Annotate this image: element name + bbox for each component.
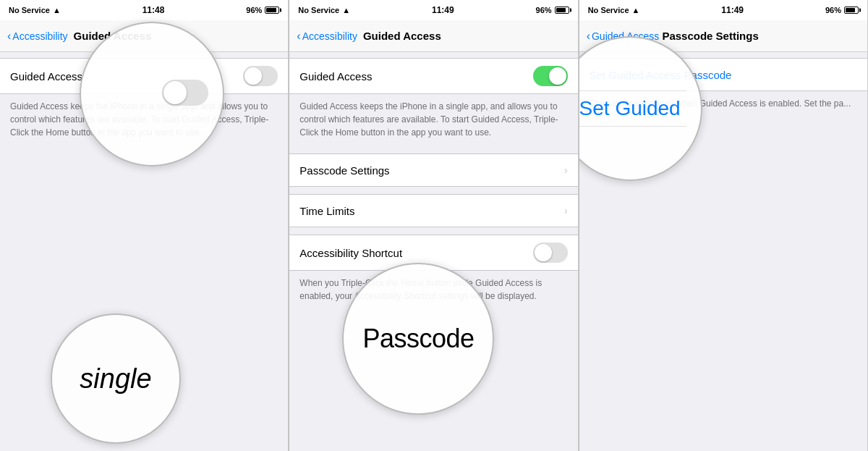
zoom-set-guided-content: Set Guided: [579, 38, 701, 180]
main-section-2: Guided Access: [289, 58, 577, 94]
guided-access-toggle-2[interactable]: [533, 66, 568, 86]
nav-title-3: Passcode Settings: [662, 30, 758, 42]
back-button-2[interactable]: ‹ Accessibility: [297, 30, 357, 43]
zoom-circle-toggle: [80, 22, 224, 167]
battery-icon-1: [265, 7, 279, 14]
status-right-2: 96%: [536, 6, 569, 14]
passcode-chevron: ›: [564, 164, 568, 176]
status-right-3: 96%: [825, 6, 859, 14]
status-left-1: No Service ▲: [9, 6, 61, 14]
status-right-1: 96%: [246, 6, 279, 14]
status-left-3: No Service ▲: [588, 6, 640, 14]
battery-pct-3: 96%: [825, 6, 841, 14]
toggle-knob-1: [244, 67, 262, 85]
status-bar-3: No Service ▲ 11:49 96%: [579, 0, 867, 20]
toggle-knob-2: [549, 67, 566, 85]
battery-icon-2: [555, 7, 569, 14]
time-limits-row[interactable]: Time Limits ›: [289, 195, 577, 227]
zoom-toggle-content: [81, 23, 223, 165]
back-button-1[interactable]: ‹ Accessibility: [7, 30, 68, 43]
time-3: 11:49: [721, 5, 744, 15]
no-service-label-1: No Service: [9, 6, 50, 14]
time-2: 11:49: [432, 5, 454, 15]
wifi-icon-1: ▲: [53, 6, 61, 14]
passcode-settings-row[interactable]: Passcode Settings ›: [289, 154, 577, 186]
zoom-single-text: single: [80, 363, 151, 395]
back-chevron-3: ‹: [587, 30, 590, 43]
battery-pct-2: 96%: [536, 6, 552, 14]
limits-section-2: Time Limits ›: [289, 194, 577, 227]
screen-3: No Service ▲ 11:49 96% ‹ Guided Access P…: [579, 0, 868, 451]
no-service-label-2: No Service: [298, 6, 339, 14]
back-label-1: Accessibility: [12, 30, 67, 42]
nav-title-2: Guided Access: [363, 30, 441, 42]
time-limits-label: Time Limits: [299, 205, 354, 217]
wifi-icon-2: ▲: [342, 6, 350, 14]
guided-access-toggle-1[interactable]: [243, 66, 278, 86]
nav-bar-2: ‹ Accessibility Guided Access: [289, 20, 577, 52]
guided-access-label-2: Guided Access: [299, 70, 372, 83]
zoom-line-top: [579, 90, 686, 91]
back-chevron-1: ‹: [7, 30, 11, 43]
status-left-2: No Service ▲: [298, 6, 350, 14]
no-service-label-3: No Service: [588, 6, 629, 14]
battery-pct-1: 96%: [246, 6, 262, 14]
passcode-settings-label: Passcode Settings: [299, 164, 389, 177]
screen-1: No Service ▲ 11:48 96% ‹ Accessibility G…: [0, 0, 289, 451]
description-2: Guided Access keeps the iPhone in a sing…: [289, 94, 577, 146]
status-bar-1: No Service ▲ 11:48 96%: [0, 0, 288, 20]
zoom-circle-passcode: Passcode: [342, 263, 494, 415]
zoom-circle-single: single: [51, 313, 181, 444]
status-bar-2: No Service ▲ 11:49 96%: [289, 0, 577, 20]
wifi-icon-3: ▲: [632, 6, 640, 14]
limits-chevron: ›: [564, 205, 568, 216]
back-label-2: Accessibility: [302, 30, 357, 42]
zoom-passcode-text: Passcode: [362, 324, 474, 354]
guided-access-row-2[interactable]: Guided Access: [289, 59, 577, 93]
back-chevron-2: ‹: [297, 30, 300, 43]
shortcut-toggle-knob: [535, 244, 552, 261]
accessibility-shortcut-label: Accessibility Shortcut: [299, 247, 402, 259]
zoom-line-bottom: [579, 126, 686, 127]
battery-icon-3: [844, 7, 859, 14]
guided-access-label-1: Guided Access: [10, 70, 82, 83]
accessibility-shortcut-toggle[interactable]: [533, 243, 568, 263]
time-1: 11:48: [142, 5, 165, 15]
options-section-2: Passcode Settings ›: [289, 153, 577, 187]
screen-2: No Service ▲ 11:49 96% ‹ Accessibility G…: [289, 0, 578, 451]
zoom-set-guided-text: Set Guided: [579, 97, 681, 120]
